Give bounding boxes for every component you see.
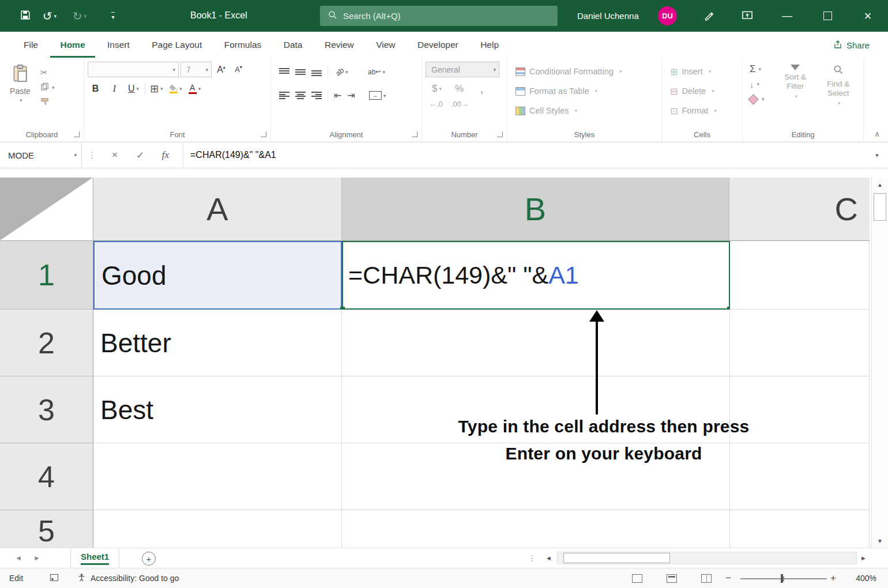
decrease-indent-button[interactable]: ⇤ (334, 90, 341, 101)
tab-splitter-grip[interactable]: ⋮ (528, 548, 536, 568)
column-header-a[interactable]: A (93, 178, 342, 241)
fill-color-button[interactable]: ▾ (168, 81, 183, 96)
row-header-1[interactable]: 1 (0, 241, 93, 310)
page-break-view-button[interactable] (701, 568, 712, 588)
horizontal-scrollbar-thumb[interactable] (563, 553, 670, 563)
accessibility-checker-button[interactable]: Accessibility: Good to go (77, 568, 179, 588)
row-header-3[interactable]: 3 (0, 376, 93, 443)
font-name-combo[interactable]: ▾ (88, 62, 179, 77)
alignment-dialog-launcher[interactable] (412, 131, 417, 137)
font-size-combo[interactable]: 7 ▾ (180, 62, 212, 77)
wrap-text-button[interactable]: ab↩▾ (368, 64, 385, 80)
share-button[interactable]: Share (827, 36, 875, 54)
avatar[interactable]: DU (658, 6, 677, 25)
scroll-up-button[interactable]: ▲ (872, 178, 888, 191)
align-top-button[interactable] (279, 68, 289, 76)
format-painter-button[interactable] (40, 95, 55, 110)
insert-cells-button[interactable]: ⊞ Insert ▾ (670, 62, 739, 81)
cell-a1[interactable]: Good (93, 241, 342, 310)
borders-button[interactable]: ⊞▾ (149, 81, 164, 96)
cell-c2[interactable] (730, 310, 870, 376)
cancel-button[interactable]: × (102, 142, 127, 168)
previous-sheet-button[interactable]: ◄ (15, 548, 22, 568)
tab-insert[interactable]: Insert (97, 32, 140, 58)
formula-bar-expand-button[interactable]: ▾ (866, 152, 888, 159)
underline-button[interactable]: U▾ (126, 81, 141, 96)
maximize-button[interactable] (814, 0, 841, 32)
tab-help[interactable]: Help (471, 32, 509, 58)
conditional-formatting-button[interactable]: Conditional Formatting ▾ (516, 62, 658, 81)
column-header-b[interactable]: B (342, 178, 729, 241)
hscroll-right-button[interactable]: ► (860, 548, 867, 568)
font-color-button[interactable]: A ▾ (187, 81, 202, 96)
increase-decimal-button[interactable]: ←.0 (429, 100, 443, 108)
format-as-table-button[interactable]: Format as Table ▾ (516, 81, 658, 101)
cell-c1[interactable] (730, 241, 870, 310)
zoom-slider[interactable] (740, 578, 827, 579)
search-box[interactable]: Search (Alt+Q) (320, 6, 558, 26)
italic-button[interactable]: I (107, 81, 122, 96)
sheet-tab-sheet1[interactable]: Sheet1 (70, 548, 119, 568)
tab-formulas[interactable]: Formulas (215, 32, 272, 58)
tab-developer[interactable]: Developer (408, 32, 468, 58)
percent-format-button[interactable]: % (451, 81, 467, 96)
macro-record-button[interactable] (50, 568, 59, 588)
zoom-out-button[interactable]: − (725, 568, 731, 588)
insert-function-button[interactable]: fx (153, 142, 178, 168)
name-box[interactable]: MODE ▾ (0, 142, 82, 168)
number-format-combo[interactable]: General ▾ (426, 62, 499, 77)
paste-button[interactable]: Paste ▾ (3, 62, 37, 110)
row-header-2[interactable]: 2 (0, 310, 93, 376)
row-header-4[interactable]: 4 (0, 443, 93, 510)
ink-pen-button[interactable] (697, 0, 722, 32)
font-dialog-launcher[interactable] (261, 131, 266, 137)
collapse-ribbon-button[interactable]: ∧ (874, 130, 880, 138)
currency-format-button[interactable]: $▾ (429, 81, 445, 96)
vertical-scrollbar-thumb[interactable] (874, 193, 886, 221)
clear-button[interactable]: ▾ (750, 92, 774, 107)
bold-button[interactable]: B (88, 81, 103, 96)
cell-b1[interactable]: =CHAR(149)&" "&A1 (342, 241, 730, 310)
tab-data[interactable]: Data (274, 32, 313, 58)
autosum-button[interactable]: Σ▾ (750, 62, 774, 77)
normal-view-button[interactable] (632, 568, 642, 588)
cut-button[interactable]: ✂ (40, 65, 55, 80)
find-select-button[interactable]: Find & Select ▾ (817, 62, 860, 107)
horizontal-scrollbar[interactable] (557, 552, 857, 564)
cell-a2[interactable]: Better (93, 310, 342, 376)
name-box-resize-grip[interactable]: ⋮ (82, 150, 102, 160)
redo-button[interactable]: ↻ ▾ (67, 0, 92, 32)
cell-c5[interactable] (730, 510, 870, 548)
tab-file[interactable]: File (14, 32, 48, 58)
decrease-font-size-button[interactable]: A▾ (231, 62, 246, 77)
close-button[interactable]: × (855, 0, 881, 32)
page-layout-view-button[interactable] (667, 568, 677, 588)
cell-b5[interactable] (342, 510, 730, 548)
align-left-button[interactable] (279, 92, 289, 99)
fill-button[interactable]: ↓▾ (750, 77, 774, 92)
ribbon-display-options-button[interactable] (735, 0, 760, 32)
zoom-in-button[interactable]: + (830, 568, 836, 588)
cell-styles-button[interactable]: Cell Styles ▾ (516, 101, 658, 120)
select-all-button[interactable] (0, 178, 93, 241)
tab-review[interactable]: Review (315, 32, 364, 58)
align-right-button[interactable] (311, 92, 322, 99)
tab-home[interactable]: Home (50, 32, 95, 58)
align-center-button[interactable] (295, 92, 306, 99)
cell-b2[interactable] (342, 310, 730, 376)
vertical-scrollbar[interactable]: ▲ ▼ (871, 178, 888, 548)
increase-font-size-button[interactable]: A▴ (213, 62, 229, 77)
row-header-5[interactable]: 5 (0, 510, 93, 548)
new-sheet-button[interactable]: + (142, 552, 156, 566)
column-header-c[interactable]: C (729, 178, 870, 241)
tab-page-layout[interactable]: Page Layout (142, 32, 212, 58)
align-middle-button[interactable] (295, 68, 306, 76)
zoom-level[interactable]: 400% (846, 568, 876, 588)
orientation-button[interactable]: ab▾ (334, 64, 349, 80)
cell-a4[interactable] (93, 443, 342, 510)
cell-a5[interactable] (93, 510, 342, 548)
merge-center-button[interactable]: ↔▾ (369, 88, 386, 103)
delete-cells-button[interactable]: ⊟ Delete ▾ (670, 81, 739, 101)
formula-input[interactable]: =CHAR(149)&" "&A1 (183, 142, 866, 168)
cell-a3[interactable]: Best (93, 376, 342, 443)
